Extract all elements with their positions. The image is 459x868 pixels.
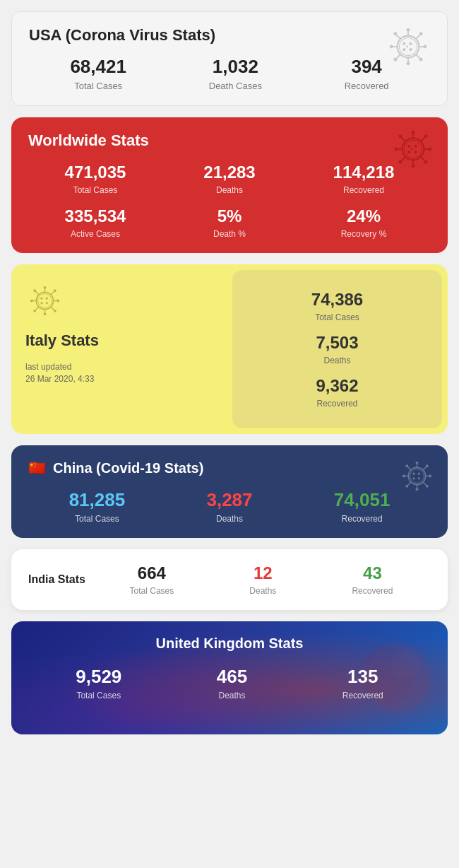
china-header: 🇨🇳 China (Covid-19 Stats) [28, 459, 431, 476]
uk-title: United Kingdom Stats [28, 635, 431, 652]
italy-right: 74,386 Total Cases 7,503 Deaths 9,362 Re… [232, 270, 442, 428]
svg-point-42 [414, 145, 417, 148]
italy-recovered: 9,362 Recovered [316, 376, 358, 409]
italy-title: Italy Stats [25, 332, 213, 350]
svg-point-66 [40, 302, 42, 304]
worldwide-death-percent: 5% Death % [162, 206, 297, 239]
svg-point-71 [416, 462, 419, 464]
svg-point-79 [405, 464, 408, 467]
usa-total-cases: 68,421 Total Cases [70, 56, 126, 91]
italy-card: Italy Stats last updated 26 Mar 2020, 4:… [11, 264, 448, 434]
svg-point-63 [54, 310, 56, 312]
svg-point-11 [393, 32, 397, 35]
svg-line-60 [35, 307, 38, 310]
svg-point-64 [40, 298, 42, 300]
india-recovered: 43 Recovered [352, 563, 393, 596]
usa-death-cases: 1,032 Death Cases [209, 56, 262, 91]
svg-point-19 [409, 42, 412, 45]
svg-point-89 [418, 477, 420, 479]
svg-point-20 [403, 48, 405, 51]
svg-line-14 [396, 54, 400, 59]
svg-point-87 [418, 473, 420, 475]
svg-point-36 [424, 134, 428, 138]
svg-point-69 [410, 469, 424, 483]
svg-point-47 [38, 294, 52, 308]
india-title: India Stats [28, 573, 92, 586]
italy-last-updated: last updated 26 Mar 2020, 4:33 [25, 361, 213, 385]
svg-point-59 [54, 289, 56, 292]
svg-point-43 [407, 151, 410, 153]
worldwide-active-cases: 335,534 Active Cases [28, 206, 162, 239]
svg-line-56 [35, 291, 38, 294]
svg-point-30 [395, 148, 398, 151]
svg-point-34 [398, 134, 402, 138]
india-stats: 664 Total Cases 12 Deaths 43 Recovered [92, 563, 431, 596]
svg-line-39 [421, 157, 425, 161]
worldwide-total-cases: 471,035 Total Cases [28, 163, 162, 195]
svg-point-28 [412, 164, 415, 168]
svg-point-17 [419, 58, 423, 61]
svg-line-58 [51, 291, 54, 294]
uk-card: United Kingdom Stats 9,529 Total Cases 4… [11, 621, 448, 734]
svg-point-41 [407, 145, 410, 148]
svg-point-45 [411, 148, 413, 151]
svg-line-84 [423, 482, 426, 485]
uk-total-cases: 9,529 Total Cases [76, 666, 121, 700]
svg-point-21 [409, 48, 412, 51]
svg-line-35 [421, 137, 425, 141]
svg-line-12 [416, 35, 420, 39]
italy-deaths: 7,503 Deaths [316, 333, 358, 365]
svg-point-83 [405, 485, 408, 488]
svg-point-86 [412, 473, 415, 475]
svg-point-5 [407, 61, 410, 65]
svg-point-77 [429, 475, 431, 478]
worldwide-deaths: 21,283 Deaths [162, 163, 297, 195]
svg-point-51 [44, 312, 47, 315]
svg-point-81 [426, 464, 429, 467]
svg-point-85 [426, 485, 429, 488]
uk-deaths: 465 Deaths [217, 666, 247, 700]
italy-virus-icon [25, 281, 213, 323]
usa-title: USA (Corona Virus Stats) [29, 26, 430, 45]
svg-point-53 [30, 300, 33, 303]
svg-point-44 [414, 151, 417, 153]
svg-point-7 [390, 45, 393, 49]
italy-total-cases: 74,386 Total Cases [311, 290, 363, 322]
svg-point-15 [393, 58, 397, 61]
svg-point-49 [44, 286, 47, 289]
svg-point-9 [423, 45, 427, 49]
italy-left: Italy Stats last updated 26 Mar 2020, 4:… [11, 264, 227, 434]
svg-point-32 [428, 148, 431, 151]
svg-line-37 [401, 157, 405, 161]
china-total-cases: 81,285 Total Cases [69, 489, 126, 524]
svg-point-73 [416, 488, 419, 491]
uk-stats: 9,529 Total Cases 465 Deaths 135 Recover… [28, 666, 431, 700]
svg-point-26 [412, 131, 415, 134]
svg-point-40 [424, 160, 428, 164]
uk-recovered: 135 Recovered [342, 666, 383, 700]
china-card: 🇨🇳 China (Covid-19 Stats) 81,285 Total C… [11, 445, 448, 538]
india-card: India Stats 664 Total Cases 12 Deaths 43… [11, 549, 448, 610]
svg-line-78 [407, 467, 410, 469]
worldwide-title: Worldwide Stats [28, 131, 431, 150]
worldwide-card: Worldwide Stats 471,035 Total Cases 21,2… [11, 117, 448, 253]
svg-point-38 [398, 160, 402, 164]
worldwide-virus-icon [388, 124, 438, 177]
svg-line-62 [51, 307, 54, 310]
usa-recovered: 394 Recovered [345, 56, 389, 91]
svg-line-10 [396, 35, 400, 39]
svg-line-82 [407, 482, 410, 485]
svg-line-16 [416, 54, 420, 59]
svg-point-75 [403, 475, 405, 478]
svg-line-33 [401, 137, 405, 141]
worldwide-recovery-percent: 24% Recovery % [297, 206, 431, 239]
usa-virus-icon [383, 22, 433, 74]
india-deaths: 12 Deaths [249, 563, 276, 596]
worldwide-stats: 471,035 Total Cases 21,283 Deaths 114,21… [28, 163, 431, 239]
svg-line-80 [423, 467, 426, 469]
china-virus-icon [398, 457, 436, 498]
svg-point-61 [33, 310, 36, 312]
uk-content: United Kingdom Stats 9,529 Total Cases 4… [28, 635, 431, 700]
svg-point-22 [406, 46, 408, 48]
china-stats: 81,285 Total Cases 3,287 Deaths 74,051 R… [28, 489, 431, 524]
